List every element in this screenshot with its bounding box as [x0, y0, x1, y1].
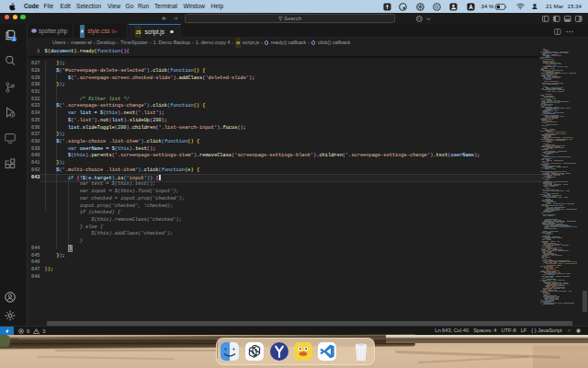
svg-text:A: A: [469, 3, 473, 9]
svg-text:1: 1: [13, 37, 16, 41]
